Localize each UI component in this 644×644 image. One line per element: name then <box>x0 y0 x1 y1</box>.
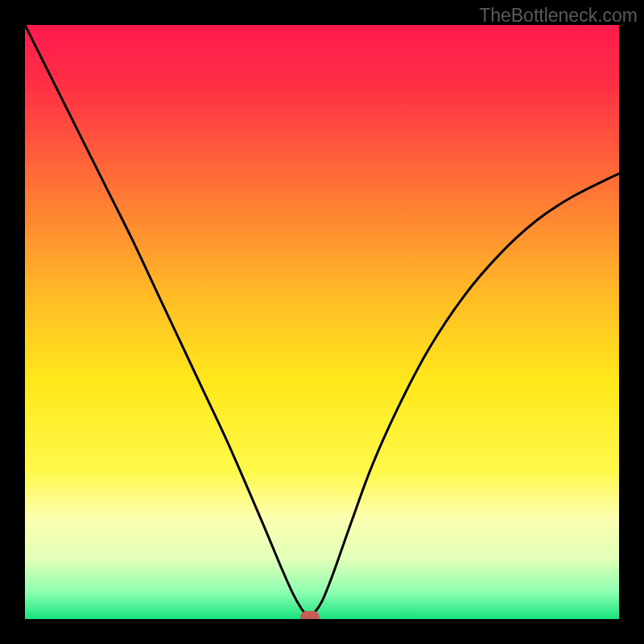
minimum-marker <box>300 611 320 619</box>
svg-rect-0 <box>25 25 619 619</box>
plot-area <box>25 25 619 619</box>
watermark-text: TheBottleneck.com <box>479 5 638 27</box>
background-gradient <box>25 25 619 619</box>
